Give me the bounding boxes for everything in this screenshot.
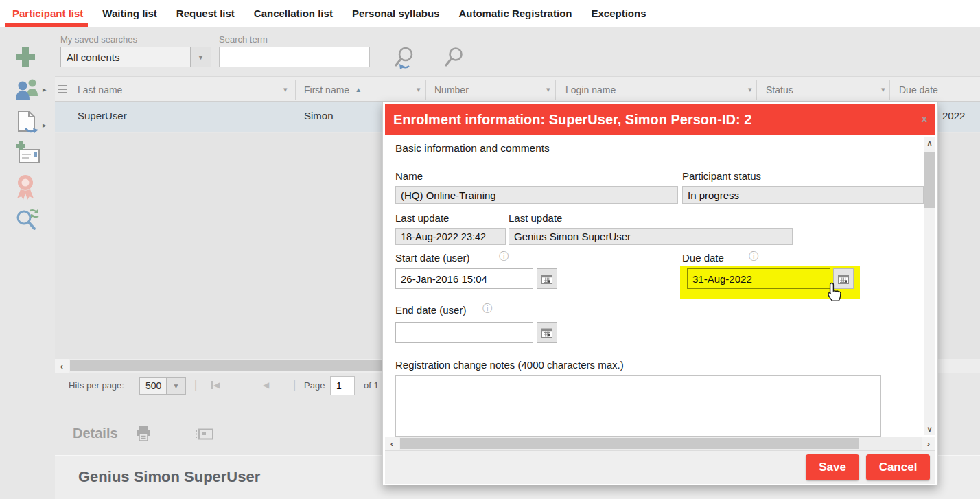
column-header-first-name[interactable]: First name ▲ bbox=[304, 77, 362, 102]
info-icon[interactable]: ⓘ bbox=[749, 251, 758, 263]
active-tab-indicator bbox=[5, 23, 88, 27]
filter-icon[interactable]: ▾ bbox=[748, 85, 752, 94]
dialog-body: Basic information and comments Name (HQ)… bbox=[385, 135, 935, 437]
due-date-calendar-button[interactable] bbox=[833, 268, 854, 289]
due-date-label: Due date bbox=[682, 252, 724, 264]
enrolment-info-dialog: Enrolment information: SuperUser, Simon … bbox=[382, 102, 938, 485]
search-term-input[interactable] bbox=[219, 47, 370, 67]
search-icon[interactable] bbox=[444, 47, 465, 71]
table-menu-icon[interactable] bbox=[58, 85, 67, 93]
page-label: Page bbox=[304, 380, 325, 391]
filter-icon[interactable]: ▾ bbox=[417, 85, 421, 94]
registration-notes-label: Registration change notes (4000 characte… bbox=[395, 359, 624, 371]
start-date-input[interactable] bbox=[395, 268, 533, 289]
submenu-arrow-icon[interactable]: ▸ bbox=[43, 85, 47, 94]
info-icon[interactable]: ⓘ bbox=[499, 251, 509, 263]
last-update-date-field: 18-Aug-2022 23:42 bbox=[395, 228, 506, 245]
table-header: Last name ▾ First name ▲ ▾ Number ▾ Logi… bbox=[55, 76, 980, 102]
last-update-by-label: Last update bbox=[509, 212, 562, 224]
search-term-label: Search term bbox=[219, 34, 268, 45]
scroll-left-button[interactable]: ‹ bbox=[385, 437, 399, 450]
participant-status-field: In progress bbox=[682, 186, 924, 204]
scroll-up-button[interactable]: ∧ bbox=[924, 137, 935, 149]
search-refresh-icon[interactable] bbox=[14, 206, 41, 236]
participant-status-label: Participant status bbox=[682, 170, 761, 182]
vscroll-thumb[interactable] bbox=[924, 152, 935, 208]
dropdown-arrow-icon: ▼ bbox=[198, 54, 205, 61]
details-heading: Details bbox=[73, 426, 118, 441]
dialog-hscrollbar: ‹ › bbox=[385, 437, 935, 450]
start-date-calendar-button[interactable] bbox=[537, 268, 557, 289]
dialog-title: Enrolment information: SuperUser, Simon … bbox=[385, 112, 751, 128]
info-icon[interactable]: ⓘ bbox=[482, 303, 492, 315]
end-date-label: End date (user) bbox=[395, 304, 466, 316]
copy-document-icon[interactable] bbox=[14, 110, 38, 140]
tab-participant-list[interactable]: Participant list bbox=[12, 8, 83, 19]
page-count-label: of 1 bbox=[364, 380, 379, 391]
cancel-button[interactable]: Cancel bbox=[866, 454, 930, 480]
details-person-name: Genius Simon SuperUser bbox=[78, 468, 260, 486]
section-heading: Basic information and comments bbox=[395, 142, 550, 154]
hscroll-thumb[interactable] bbox=[400, 438, 859, 449]
column-header-due-date[interactable]: Due date bbox=[899, 77, 938, 102]
row-due-date: 2022 bbox=[942, 110, 965, 121]
saved-searches-select[interactable]: All contents bbox=[60, 47, 191, 67]
column-header-status[interactable]: Status bbox=[766, 77, 793, 102]
tab-cancellation-list[interactable]: Cancellation list bbox=[254, 8, 333, 19]
tab-request-list[interactable]: Request list bbox=[176, 8, 235, 19]
dropdown-arrow-icon: ▼ bbox=[173, 382, 180, 390]
tab-automatic-registration[interactable]: Automatic Registration bbox=[458, 8, 572, 19]
name-field: (HQ) Online-Training bbox=[395, 186, 678, 204]
details-card-icon[interactable] bbox=[195, 428, 214, 443]
saved-searches-dropdown-button[interactable]: ▼ bbox=[191, 47, 211, 67]
row-first-name: Simon bbox=[304, 110, 334, 121]
assign-users-icon[interactable] bbox=[14, 77, 41, 103]
close-icon[interactable]: x bbox=[922, 113, 927, 124]
tab-personal-syllabus[interactable]: Personal syllabus bbox=[352, 8, 440, 19]
filter-icon[interactable]: ▾ bbox=[283, 85, 288, 94]
new-mail-icon[interactable] bbox=[14, 141, 41, 168]
row-last-name: SuperUser bbox=[78, 110, 127, 121]
search-saved-icon[interactable] bbox=[393, 45, 417, 74]
scroll-down-button[interactable]: ∨ bbox=[924, 423, 935, 435]
last-update-by-field: Genius Simon SuperUser bbox=[509, 228, 793, 245]
prev-page-icon[interactable]: ◀ bbox=[263, 380, 269, 390]
saved-searches-label: My saved searches bbox=[60, 34, 137, 45]
add-participant-icon[interactable] bbox=[14, 45, 37, 71]
column-header-login-name[interactable]: Login name bbox=[565, 77, 616, 102]
top-nav: Participant list Waiting list Request li… bbox=[0, 0, 980, 27]
dialog-header[interactable]: Enrolment information: SuperUser, Simon … bbox=[385, 104, 935, 135]
filter-icon[interactable]: ▾ bbox=[881, 85, 885, 94]
column-header-last-name[interactable]: Last name bbox=[78, 77, 122, 102]
due-date-input[interactable] bbox=[687, 268, 830, 289]
registration-notes-textarea[interactable] bbox=[395, 375, 881, 437]
tab-exceptions[interactable]: Exceptions bbox=[591, 8, 646, 19]
hits-per-page-label: Hits per page: bbox=[69, 380, 124, 391]
dialog-footer: Save Cancel bbox=[385, 450, 935, 484]
start-date-label: Start date (user) bbox=[395, 252, 469, 264]
scroll-right-button[interactable]: › bbox=[922, 437, 935, 450]
filter-icon[interactable]: ▾ bbox=[546, 85, 550, 94]
certificate-icon[interactable] bbox=[14, 173, 37, 203]
last-update-date-label: Last update bbox=[395, 212, 449, 224]
first-page-icon: ◀ bbox=[213, 380, 220, 390]
column-header-number[interactable]: Number bbox=[434, 77, 469, 102]
app-window: Participant list Waiting list Request li… bbox=[0, 0, 980, 499]
dialog-vscrollbar: ∧ ∨ bbox=[924, 137, 935, 435]
tab-waiting-list[interactable]: Waiting list bbox=[102, 8, 156, 19]
scroll-left-button[interactable]: ‹ bbox=[55, 359, 69, 373]
name-label: Name bbox=[395, 170, 423, 182]
save-button[interactable]: Save bbox=[806, 454, 859, 480]
hits-per-page-select[interactable]: 500 bbox=[139, 377, 167, 395]
submenu-arrow-icon[interactable]: ▸ bbox=[43, 121, 47, 130]
first-page-button[interactable]: ◀ bbox=[211, 380, 220, 390]
page-number-input[interactable] bbox=[330, 376, 355, 395]
end-date-calendar-button[interactable] bbox=[537, 322, 557, 343]
end-date-input[interactable] bbox=[395, 322, 533, 343]
sort-asc-icon: ▲ bbox=[355, 86, 362, 93]
print-icon[interactable] bbox=[135, 426, 152, 445]
hits-per-page-dropdown-button[interactable]: ▼ bbox=[167, 377, 186, 395]
